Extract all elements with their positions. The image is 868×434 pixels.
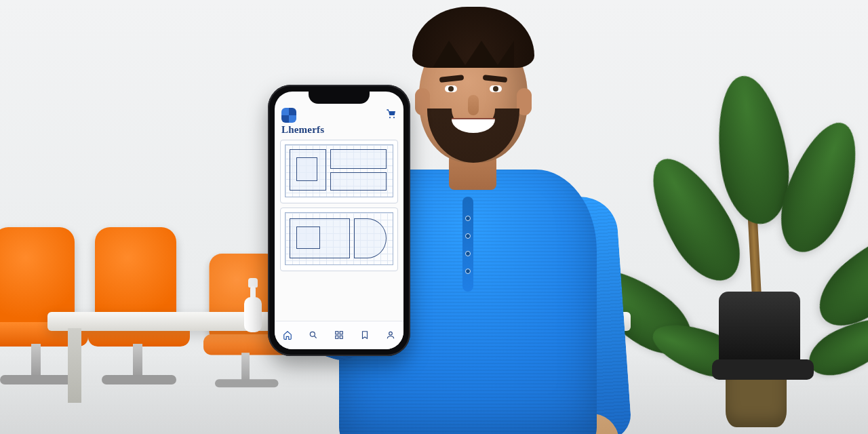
svg-rect-3 — [336, 331, 338, 334]
search-icon — [309, 330, 318, 340]
floorplan-thumbnail — [285, 212, 393, 265]
svg-rect-5 — [336, 336, 338, 338]
listing-card[interactable] — [280, 140, 398, 203]
office-chair-orange — [0, 227, 102, 403]
spray-bottle — [244, 278, 262, 332]
user-icon — [386, 330, 395, 340]
svg-rect-6 — [340, 336, 342, 338]
tab-saved[interactable] — [352, 321, 378, 349]
office-chair-orange — [88, 227, 203, 403]
floorplan-thumbnail — [285, 144, 393, 197]
phone-notch — [309, 89, 370, 104]
tab-bar — [275, 321, 403, 349]
tab-search[interactable] — [300, 321, 326, 349]
svg-point-1 — [393, 117, 395, 118]
app-logo-icon[interactable] — [281, 108, 296, 123]
svg-point-7 — [389, 332, 393, 335]
listing-card[interactable] — [280, 208, 398, 271]
tab-profile[interactable] — [378, 321, 403, 349]
bookmark-icon — [360, 330, 370, 340]
listing-content[interactable] — [275, 137, 403, 321]
phone-screen[interactable]: Lhemerfs — [275, 92, 403, 349]
svg-point-0 — [389, 117, 391, 118]
home-icon — [283, 330, 292, 340]
svg-rect-4 — [340, 331, 342, 334]
smartphone: Lhemerfs — [268, 85, 410, 356]
tab-plans[interactable] — [326, 321, 352, 349]
grid-icon — [334, 330, 344, 340]
app-title: Lhemerfs — [281, 124, 397, 136]
cart-icon[interactable] — [386, 108, 397, 122]
office-chair-black — [719, 292, 827, 414]
svg-point-2 — [310, 332, 315, 336]
scene: Lhemerfs — [0, 0, 868, 434]
tab-home[interactable] — [275, 321, 300, 349]
hair — [412, 7, 534, 68]
